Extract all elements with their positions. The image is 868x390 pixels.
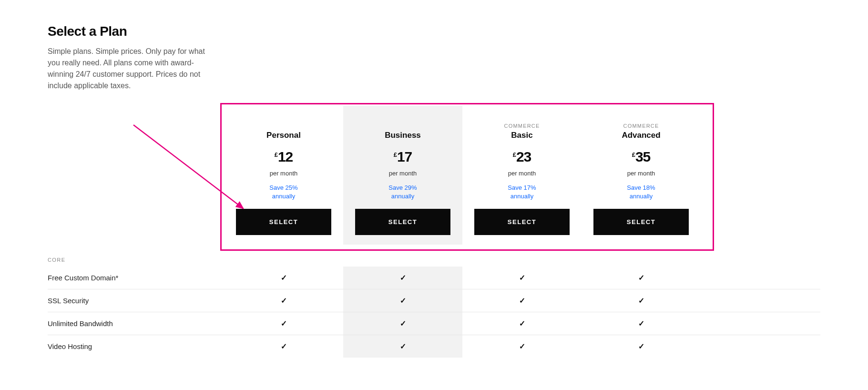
- check-icon: ✓: [519, 296, 525, 305]
- select-button-business[interactable]: SELECT: [355, 209, 450, 235]
- plan-price: £ 17: [343, 149, 462, 165]
- feature-cell: ✓: [224, 289, 343, 312]
- feature-row: Video Hosting ✓ ✓ ✓ ✓: [48, 335, 820, 358]
- billing-period: per month: [582, 170, 701, 177]
- feature-cell: ✓: [462, 267, 582, 289]
- check-icon: ✓: [281, 319, 287, 328]
- feature-label: Free Custom Domain*: [48, 267, 224, 288]
- feature-table: CORE Free Custom Domain* ✓ ✓ ✓ ✓ SSL Sec…: [48, 255, 820, 358]
- check-icon: ✓: [281, 273, 287, 282]
- feature-cell: ✓: [582, 335, 701, 358]
- plan-name: Business: [343, 131, 462, 140]
- savings-link[interactable]: Save 25%annually: [224, 184, 343, 200]
- plan-price: £ 12: [224, 149, 343, 165]
- price-value: 17: [397, 149, 412, 165]
- plan-tier: COMMERCE: [582, 123, 701, 130]
- check-icon: ✓: [519, 273, 525, 282]
- feature-label: Unlimited Bandwidth: [48, 313, 224, 334]
- plan-card-basic: COMMERCE Basic £ 23 per month Save 17%an…: [462, 106, 582, 245]
- select-button-personal[interactable]: SELECT: [236, 209, 331, 235]
- page-header: Select a Plan Simple plans. Simple price…: [48, 24, 219, 92]
- billing-period: per month: [224, 170, 343, 177]
- plan-price: £ 35: [582, 149, 701, 165]
- plan-tier: COMMERCE: [462, 123, 582, 130]
- check-icon: ✓: [400, 273, 406, 282]
- pricing-grid: Personal £ 12 per month Save 25%annually…: [48, 106, 820, 245]
- plan-card-advanced: COMMERCE Advanced £ 35 per month Save 18…: [582, 106, 701, 245]
- feature-cell: ✓: [343, 312, 462, 335]
- check-icon: ✓: [400, 342, 406, 351]
- feature-cell: ✓: [462, 335, 582, 358]
- check-icon: ✓: [400, 296, 406, 305]
- feature-cell: ✓: [343, 267, 462, 289]
- check-icon: ✓: [638, 342, 644, 351]
- plan-name: Basic: [462, 131, 582, 140]
- price-value: 12: [278, 149, 293, 165]
- plan-tier: [224, 123, 343, 130]
- page-title: Select a Plan: [48, 24, 219, 39]
- page-subtitle: Simple plans. Simple prices. Only pay fo…: [48, 46, 219, 92]
- feature-row: Free Custom Domain* ✓ ✓ ✓ ✓: [48, 267, 820, 289]
- check-icon: ✓: [638, 319, 644, 328]
- feature-cell: ✓: [224, 312, 343, 335]
- plan-card-personal: Personal £ 12 per month Save 25%annually…: [224, 106, 343, 245]
- billing-period: per month: [462, 170, 582, 177]
- currency-symbol: £: [275, 151, 278, 158]
- feature-cell: ✓: [224, 267, 343, 289]
- feature-cell: ✓: [582, 267, 701, 289]
- price-value: 23: [516, 149, 531, 165]
- currency-symbol: £: [513, 151, 516, 158]
- feature-cell: ✓: [582, 289, 701, 312]
- feature-label: Video Hosting: [48, 336, 224, 357]
- check-icon: ✓: [400, 319, 406, 328]
- savings-link[interactable]: Save 17%annually: [462, 184, 582, 200]
- feature-section-label: CORE: [48, 255, 820, 267]
- select-button-advanced[interactable]: SELECT: [593, 209, 689, 235]
- plan-name: Personal: [224, 131, 343, 140]
- plan-tier: [343, 123, 462, 130]
- currency-symbol: £: [394, 151, 397, 158]
- select-button-basic[interactable]: SELECT: [474, 209, 570, 235]
- plan-name: Advanced: [582, 131, 701, 140]
- feature-cell: ✓: [462, 312, 582, 335]
- plan-card-business: Business £ 17 per month Save 29%annually…: [343, 106, 462, 245]
- currency-symbol: £: [632, 151, 635, 158]
- feature-row: SSL Security ✓ ✓ ✓ ✓: [48, 289, 820, 312]
- check-icon: ✓: [519, 342, 525, 351]
- check-icon: ✓: [281, 342, 287, 351]
- feature-row: Unlimited Bandwidth ✓ ✓ ✓ ✓: [48, 312, 820, 335]
- feature-cell: ✓: [462, 289, 582, 312]
- feature-cell: ✓: [343, 335, 462, 358]
- feature-label: SSL Security: [48, 290, 224, 311]
- feature-cell: ✓: [224, 335, 343, 358]
- billing-period: per month: [343, 170, 462, 177]
- check-icon: ✓: [638, 296, 644, 305]
- savings-link[interactable]: Save 29%annually: [343, 184, 462, 200]
- check-icon: ✓: [281, 296, 287, 305]
- feature-cell: ✓: [582, 312, 701, 335]
- savings-link[interactable]: Save 18%annually: [582, 184, 701, 200]
- check-icon: ✓: [519, 319, 525, 328]
- check-icon: ✓: [638, 273, 644, 282]
- price-value: 35: [635, 149, 650, 165]
- feature-cell: ✓: [343, 289, 462, 312]
- plan-price: £ 23: [462, 149, 582, 165]
